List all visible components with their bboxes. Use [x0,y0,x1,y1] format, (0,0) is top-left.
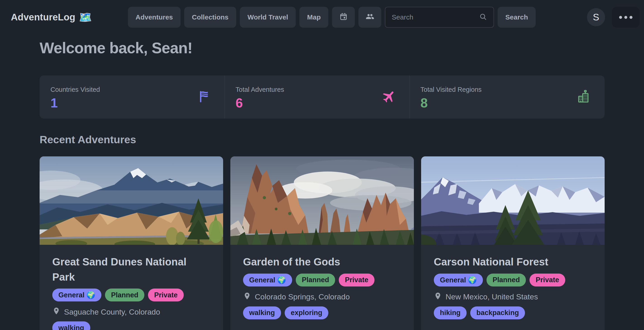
nav-world-travel-button[interactable]: World Travel [240,7,296,28]
calendar-button[interactable] [332,7,355,28]
adventure-title[interactable]: Garden of the Gods [243,254,392,269]
badge-row: General 🌍 Planned Private [52,288,210,301]
adventure-title[interactable]: Carson National Forest [434,254,583,269]
location-text: New Mexico, United States [446,292,538,301]
nav-map-button[interactable]: Map [299,7,328,28]
adventure-card-great-sand-dunes[interactable]: Great Sand Dunes National Park General 🌍… [40,156,223,330]
adventure-photo [230,156,414,245]
adventure-cards: Great Sand Dunes National Park General 🌍… [40,156,605,330]
search-submit-button[interactable]: Search [498,7,536,28]
adventure-title[interactable]: Great Sand Dunes National Park [52,254,202,284]
location-row: Colorado Springs, Colorado [243,292,401,302]
airplane-icon [382,89,397,105]
visibility-badge: Private [530,274,565,286]
card-body: Garden of the Gods General 🌍 Planned Pri… [230,245,414,319]
activity-tag: hiking [434,306,466,319]
tag-row: walking [52,321,210,330]
stat-countries-visited: Countries Visited 1 [40,75,224,118]
city-icon [576,89,592,105]
status-badge: Planned [105,288,144,301]
card-body: Carson National Forest General 🌍 Planned… [421,245,605,319]
location-text: Colorado Springs, Colorado [255,292,350,301]
map-pin-icon [52,307,60,317]
calendar-icon [339,12,348,23]
stat-label: Total Visited Regions [420,86,594,93]
badge-row: General 🌍 Planned Private [434,274,592,286]
nav-group: Adventures Collections World Travel Map [128,7,536,28]
status-badge: Planned [296,274,335,286]
flag-icon [197,89,212,105]
users-icon [366,12,374,23]
overflow-menu-button[interactable] [612,7,640,28]
search-input[interactable] [392,13,479,21]
brand-name: AdventureLog [11,12,75,23]
nav-adventures-button[interactable]: Adventures [128,7,180,28]
brand-logo[interactable]: AdventureLog 🗺️ [11,0,92,35]
stat-value: 6 [236,95,398,110]
avatar-initial: S [593,12,599,23]
stat-value: 1 [50,95,214,110]
stat-total-visited-regions: Total Visited Regions 8 [409,75,605,118]
activity-tag: walking [243,306,281,319]
search-icon [479,13,487,22]
activity-tag: exploring [285,306,328,319]
search-box [385,7,494,28]
location-row: New Mexico, United States [434,292,592,302]
visibility-badge: Private [148,288,184,301]
tag-row: hiking backpacking [434,306,592,319]
user-avatar[interactable]: S [587,8,605,26]
map-pin-icon [243,292,251,302]
navbar: AdventureLog 🗺️ Adventures Collections W… [0,0,644,35]
adventure-card-carson-national-forest[interactable]: Carson National Forest General 🌍 Planned… [421,156,605,330]
nav-collections-button[interactable]: Collections [184,7,236,28]
stat-value: 8 [420,95,594,110]
recent-adventures-heading: Recent Adventures [40,133,136,146]
status-badge: Planned [486,274,526,286]
category-badge: General 🌍 [243,274,292,286]
visibility-badge: Private [339,274,374,286]
shared-users-button[interactable] [358,7,381,28]
location-row: Saguache County, Colorado [52,307,210,317]
adventure-photo [421,156,605,245]
stat-label: Total Adventures [236,86,398,93]
adventure-photo [40,156,223,245]
category-badge: General 🌍 [52,288,101,301]
location-text: Saguache County, Colorado [64,307,160,316]
adventure-card-garden-of-the-gods[interactable]: Garden of the Gods General 🌍 Planned Pri… [230,156,414,330]
adventurelog-app: AdventureLog 🗺️ Adventures Collections W… [0,0,644,330]
map-pin-icon [434,292,442,302]
tag-row: walking exploring [243,306,401,319]
card-body: Great Sand Dunes National Park General 🌍… [40,245,223,330]
activity-tag: backpacking [470,306,525,319]
stat-label: Countries Visited [50,86,214,93]
ellipsis-icon [619,16,632,19]
stat-total-adventures: Total Adventures 6 [224,75,409,118]
map-emoji-icon: 🗺️ [79,12,92,23]
category-badge: General 🌍 [434,274,483,286]
welcome-heading: Welcome back, Sean! [40,39,192,57]
stats-panel: Countries Visited 1 Total Adventures 6 [40,75,605,118]
activity-tag: walking [52,321,90,330]
badge-row: General 🌍 Planned Private [243,274,401,286]
